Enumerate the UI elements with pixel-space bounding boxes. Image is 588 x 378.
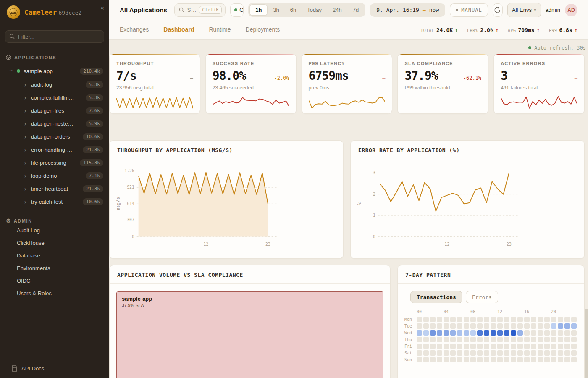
heatmap-cell[interactable] bbox=[558, 323, 563, 329]
heatmap-cell[interactable] bbox=[457, 337, 462, 342]
heatmap-cell[interactable] bbox=[423, 357, 429, 362]
sidebar-item-users-roles[interactable]: Users & Roles bbox=[0, 287, 109, 299]
heatmap-cell[interactable] bbox=[484, 317, 489, 322]
heatmap-cell[interactable] bbox=[571, 344, 577, 349]
heatmap-cell[interactable] bbox=[517, 344, 523, 349]
heatmap-cell[interactable] bbox=[538, 323, 543, 329]
heatmap-cell[interactable] bbox=[457, 344, 462, 349]
heatmap-cell[interactable] bbox=[564, 350, 570, 356]
heatmap-cell[interactable] bbox=[497, 330, 503, 336]
heatmap-cell[interactable] bbox=[538, 337, 543, 342]
heatmap-cell[interactable] bbox=[423, 337, 429, 342]
heatmap-cell[interactable] bbox=[524, 330, 530, 336]
heatmap-cell[interactable] bbox=[544, 344, 550, 349]
heatmap-cell[interactable] bbox=[497, 344, 503, 349]
kpi-card-throughput[interactable]: THROUGHPUT7/s–23.956 msg total bbox=[109, 54, 200, 114]
heatmap-cell[interactable] bbox=[531, 344, 536, 349]
heatmap-cell[interactable] bbox=[558, 357, 563, 362]
heatmap-cell[interactable] bbox=[551, 344, 556, 349]
range-7d[interactable]: 7d bbox=[347, 5, 364, 15]
heatmap-cell[interactable] bbox=[450, 350, 456, 356]
sidebar-queue-item[interactable]: ›file-processing115.3k bbox=[0, 156, 109, 169]
heatmap-cell[interactable] bbox=[423, 344, 429, 349]
kpi-card-active-errors[interactable]: ACTIVE ERRORS3–491 failures total bbox=[494, 54, 585, 114]
heatmap-cell[interactable] bbox=[437, 357, 442, 362]
heatmap-cell[interactable] bbox=[544, 330, 550, 336]
heatmap-cell[interactable] bbox=[504, 337, 509, 342]
heatmap-cell[interactable] bbox=[564, 337, 570, 342]
heatmap-cell[interactable] bbox=[531, 330, 536, 336]
heatmap-cell[interactable] bbox=[504, 323, 509, 329]
heatmap-cell[interactable] bbox=[558, 330, 563, 336]
heatmap-cell[interactable] bbox=[477, 323, 483, 329]
sidebar-item-environments[interactable]: Environments bbox=[0, 262, 109, 274]
heatmap-cell[interactable] bbox=[538, 357, 543, 362]
tab-dashboard[interactable]: Dashboard bbox=[163, 20, 194, 39]
heatmap-cell[interactable] bbox=[558, 350, 563, 356]
heatmap-cell[interactable] bbox=[511, 323, 516, 329]
heatmap-cell[interactable] bbox=[450, 323, 456, 329]
heatmap-cell[interactable] bbox=[450, 357, 456, 362]
heatmap-cell[interactable] bbox=[544, 323, 550, 329]
sidebar-item-sample-app[interactable]: › sample app 210.4k bbox=[0, 64, 109, 78]
sidebar-item-clickhouse[interactable]: ClickHouse bbox=[0, 236, 109, 249]
range-6h[interactable]: 6h bbox=[285, 5, 302, 15]
heatmap-cell[interactable] bbox=[464, 337, 469, 342]
heatmap-cell[interactable] bbox=[437, 330, 442, 336]
treemap-cell-sample-app[interactable]: sample-app 37.9% SLA bbox=[116, 291, 383, 378]
heatmap-cell[interactable] bbox=[558, 344, 563, 349]
heatmap-cell[interactable] bbox=[464, 317, 469, 322]
heatmap-cell[interactable] bbox=[470, 330, 476, 336]
heatmap-cell[interactable] bbox=[497, 337, 503, 342]
heatmap-cell[interactable] bbox=[477, 337, 483, 342]
heatmap-cell[interactable] bbox=[444, 357, 449, 362]
heatmap-cell[interactable] bbox=[544, 317, 550, 322]
heatmap-cell[interactable] bbox=[444, 337, 449, 342]
heatmap-cell[interactable] bbox=[417, 337, 422, 342]
heatmap-cell[interactable] bbox=[491, 323, 496, 329]
heatmap-cell[interactable] bbox=[551, 330, 556, 336]
heatmap-cell[interactable] bbox=[544, 357, 550, 362]
heatmap-cell[interactable] bbox=[423, 323, 429, 329]
heatmap-cell[interactable] bbox=[504, 350, 509, 356]
heatmap-cell[interactable] bbox=[544, 350, 550, 356]
heatmap-cell[interactable] bbox=[484, 337, 489, 342]
heatmap-cell[interactable] bbox=[430, 357, 436, 362]
heatmap-cell[interactable] bbox=[470, 323, 476, 329]
heatmap-cell[interactable] bbox=[444, 350, 449, 356]
sidebar-item-api-docs[interactable]: API Docs bbox=[0, 359, 109, 378]
heatmap-cell[interactable] bbox=[564, 330, 570, 336]
heatmap-cell[interactable] bbox=[477, 357, 483, 362]
sidebar-item-audit-log[interactable]: Audit Log bbox=[0, 224, 109, 236]
heatmap-cell[interactable] bbox=[504, 317, 509, 322]
heatmap-cell[interactable] bbox=[444, 330, 449, 336]
heatmap-cell[interactable] bbox=[571, 350, 577, 356]
sidebar-item-oidc[interactable]: OIDC bbox=[0, 274, 109, 287]
heatmap-cell[interactable] bbox=[437, 323, 442, 329]
heatmap-cell[interactable] bbox=[491, 344, 496, 349]
heatmap-cell[interactable] bbox=[417, 350, 422, 356]
heatmap-cell[interactable] bbox=[517, 350, 523, 356]
date-range-button[interactable]: 9. Apr. 16:19 – now bbox=[370, 3, 445, 17]
heatmap-cell[interactable] bbox=[551, 323, 556, 329]
heatmap-cell[interactable] bbox=[417, 317, 422, 322]
heatmap-cell[interactable] bbox=[538, 317, 543, 322]
heatmap-cell[interactable] bbox=[531, 337, 536, 342]
heatmap-cell[interactable] bbox=[504, 330, 509, 336]
heatmap-cell[interactable] bbox=[470, 357, 476, 362]
heatmap-cell[interactable] bbox=[538, 344, 543, 349]
sidebar-queue-item[interactable]: ›complex-fulfillm…5.3k bbox=[0, 91, 109, 104]
heatmap-cell[interactable] bbox=[430, 323, 436, 329]
heatmap-cell[interactable] bbox=[511, 350, 516, 356]
heatmap-cell[interactable] bbox=[564, 357, 570, 362]
sidebar-queue-item[interactable]: ›try-catch-test10.6k bbox=[0, 195, 109, 208]
heatmap-cell[interactable] bbox=[524, 344, 530, 349]
heatmap-cell[interactable] bbox=[484, 357, 489, 362]
heatmap-cell[interactable] bbox=[417, 344, 422, 349]
heatmap-cell[interactable] bbox=[504, 357, 509, 362]
heatmap-cell[interactable] bbox=[571, 357, 577, 362]
heatmap-cell[interactable] bbox=[444, 344, 449, 349]
scrollbar-thumb[interactable] bbox=[585, 309, 588, 378]
tab-runtime[interactable]: Runtime bbox=[209, 20, 231, 39]
heatmap-cell[interactable] bbox=[531, 357, 536, 362]
